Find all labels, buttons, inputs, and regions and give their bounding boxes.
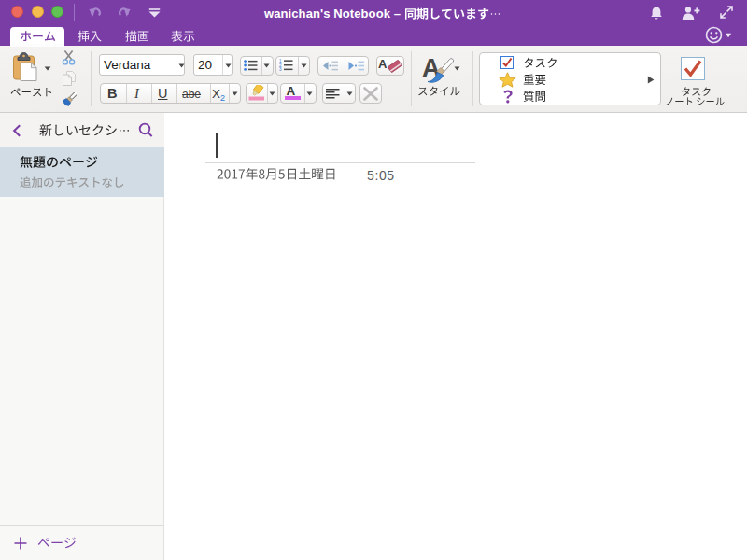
svg-text:3: 3 <box>279 67 282 71</box>
svg-text:A: A <box>378 57 388 71</box>
